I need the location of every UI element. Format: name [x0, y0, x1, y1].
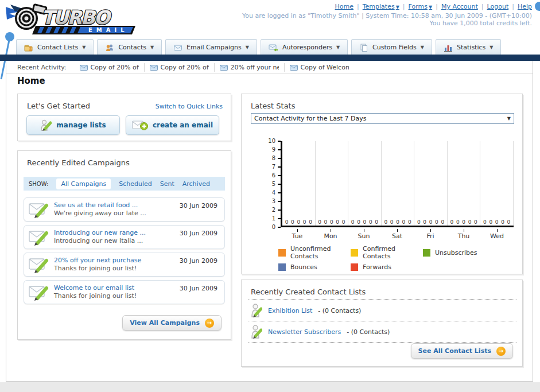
- recent-activity-item[interactable]: Copy of 20% off yo: [75, 63, 145, 72]
- chart-y-axis: 109876543210: [265, 141, 281, 228]
- stats-report-select[interactable]: Contact Activity for the Last 7 Days ▼: [251, 113, 514, 124]
- filter-tab-scheduled[interactable]: Scheduled: [119, 180, 152, 188]
- campaign-title-link[interactable]: Introducing our new range ...: [54, 229, 146, 237]
- bar-value-label: 0: [342, 219, 345, 225]
- campaign-row[interactable]: See us at the retail food ... We're givi…: [24, 197, 225, 222]
- campaign-row[interactable]: 20% off your next purchase Thanks for jo…: [24, 253, 225, 277]
- top-link-help[interactable]: Help: [518, 3, 532, 10]
- y-axis-label: 4: [265, 189, 275, 196]
- campaign-envelope-pencil-icon: [29, 284, 49, 301]
- bar-value-label: 0: [285, 219, 289, 225]
- y-axis-label: 9: [265, 146, 275, 153]
- campaign-date: 30 Jun 2009: [180, 257, 217, 265]
- filter-tab-all-campaigns[interactable]: All Campaigns: [56, 178, 111, 189]
- top-link-home[interactable]: Home: [335, 3, 353, 10]
- switch-quick-links[interactable]: Switch to Quick Links: [156, 103, 223, 110]
- x-axis-label: Thu: [447, 229, 480, 240]
- navy-divider-bar: [0, 55, 540, 61]
- bar-value-label: 0: [396, 219, 399, 225]
- view-all-campaigns-button[interactable]: View All Campaigns →: [122, 315, 222, 331]
- recent-activity-item[interactable]: Copy of 20% off yo: [145, 63, 215, 72]
- top-nav-links: Home| Templates▼| Forms▼| My Account| Lo…: [335, 3, 532, 10]
- bar-value-label: 0: [501, 219, 504, 225]
- show-label: SHOW:: [29, 181, 48, 187]
- stats-report-selected-value: Contact Activity for the Last 7 Days: [254, 115, 366, 122]
- legend-item: Forwards: [351, 263, 423, 271]
- tab-autoresponders[interactable]: Autoresponders▼: [261, 39, 348, 55]
- contact-list-pencil-icon: [251, 303, 262, 318]
- create-email-button[interactable]: create an email: [126, 115, 219, 135]
- y-axis-label: 8: [265, 155, 275, 161]
- campaign-row[interactable]: Welcome to our email list Thanks for joi…: [24, 280, 225, 304]
- top-link-templates[interactable]: Templates▼: [363, 3, 399, 10]
- bar-value-label: 0: [303, 219, 306, 225]
- chevron-down-icon: ▼: [421, 45, 424, 50]
- page-footer: [0, 382, 540, 392]
- campaign-title-link[interactable]: See us at the retail food ...: [54, 201, 146, 209]
- recent-activity-label: Recent Activity:: [17, 64, 67, 71]
- tab-custom-fields[interactable]: Custom Fields▼: [351, 39, 432, 55]
- bar-value-label: 0: [489, 219, 492, 225]
- tab-email-campaigns[interactable]: Email Campaigns▼: [165, 39, 257, 55]
- campaign-subtitle: Introducing our new Italia ...: [54, 237, 146, 245]
- bar-value-label: 0: [456, 219, 460, 225]
- latest-stats-panel: Latest Stats Contact Activity for the La…: [241, 94, 523, 274]
- x-axis-label: Wed: [480, 229, 514, 240]
- y-axis-label: 1: [265, 215, 275, 222]
- see-all-contact-lists-button[interactable]: See All Contact Lists →: [411, 343, 513, 359]
- dotted-divider: [248, 299, 516, 300]
- campaign-row[interactable]: Introducing our new range ... Introducin…: [24, 225, 225, 249]
- contact-list-item[interactable]: Exhibition List - (0 Contacts): [251, 303, 361, 318]
- tab-statistics[interactable]: Statistics▼: [436, 39, 501, 55]
- bar-value-label: 0: [330, 219, 333, 225]
- email-campaigns-icon: [173, 43, 182, 52]
- bar-value-label: 0: [351, 219, 355, 225]
- bar-value-label: 0: [357, 219, 360, 225]
- dotted-divider: [248, 321, 516, 321]
- campaign-title-link[interactable]: 20% off your next purchase: [54, 257, 141, 265]
- svg-text:EMAIL: EMAIL: [88, 27, 129, 33]
- y-axis-label: 6: [265, 172, 275, 178]
- dotted-divider: [248, 342, 516, 343]
- bar-value-labels: 00000: [448, 219, 480, 225]
- recent-activity-bar: Recent Activity: Copy of 20% off yo Copy…: [6, 61, 533, 74]
- tab-label: Statistics: [457, 44, 485, 51]
- separator: |: [403, 3, 405, 10]
- chevron-down-icon: ▼: [396, 5, 399, 10]
- y-axis-label: 5: [265, 181, 275, 187]
- x-axis-label: Sat: [380, 229, 414, 240]
- contact-list-detail: - (0 Contacts): [347, 328, 390, 336]
- campaign-title-link[interactable]: Welcome to our email list: [54, 284, 137, 292]
- campaign-date: 30 Jun 2009: [180, 285, 217, 292]
- bar-value-labels: 00000: [316, 219, 348, 225]
- top-link-forms[interactable]: Forms▼: [409, 3, 433, 10]
- bar-value-label: 0: [474, 219, 477, 225]
- chevron-down-icon: ▼: [336, 45, 340, 50]
- tab-contacts[interactable]: Contacts▼: [97, 39, 162, 55]
- bar-value-label: 0: [336, 219, 339, 225]
- filter-tab-archived[interactable]: Archived: [182, 180, 210, 188]
- top-link-logout[interactable]: Logout: [487, 3, 509, 10]
- contact-list-link[interactable]: Exhibition List: [268, 307, 312, 315]
- filter-tab-sent[interactable]: Sent: [160, 180, 174, 188]
- y-axis-label: 0: [265, 224, 275, 230]
- legend-label: Unsubscribes: [435, 249, 477, 257]
- campaign-date: 30 Jun 2009: [180, 230, 217, 237]
- envelope-icon: [290, 65, 298, 71]
- top-link-my-account[interactable]: My Account: [441, 3, 478, 10]
- bar-value-label: 0: [408, 219, 411, 225]
- bar-value-label: 0: [402, 219, 406, 225]
- campaigns-filter-bar: SHOW: All Campaigns Scheduled Sent Archi…: [24, 177, 225, 191]
- bar-value-label: 0: [309, 219, 312, 225]
- tab-contact-lists[interactable]: Contact Lists▼: [16, 39, 94, 55]
- tab-label: Autoresponders: [282, 44, 332, 51]
- contact-list-link[interactable]: Newsletter Subscribers: [268, 328, 341, 336]
- manage-lists-button[interactable]: manage lists: [26, 115, 120, 135]
- contact-list-item[interactable]: Newsletter Subscribers - (0 Contacts): [251, 324, 390, 339]
- campaign-envelope-pencil-icon: [29, 228, 49, 246]
- manage-lists-label: manage lists: [56, 121, 106, 129]
- recent-activity-item[interactable]: Copy of Welcome to: [285, 63, 354, 72]
- recent-activity-item[interactable]: 20% off your next p: [215, 63, 285, 72]
- bar-value-label: 0: [369, 219, 372, 225]
- tab-label: Contact Lists: [37, 44, 78, 51]
